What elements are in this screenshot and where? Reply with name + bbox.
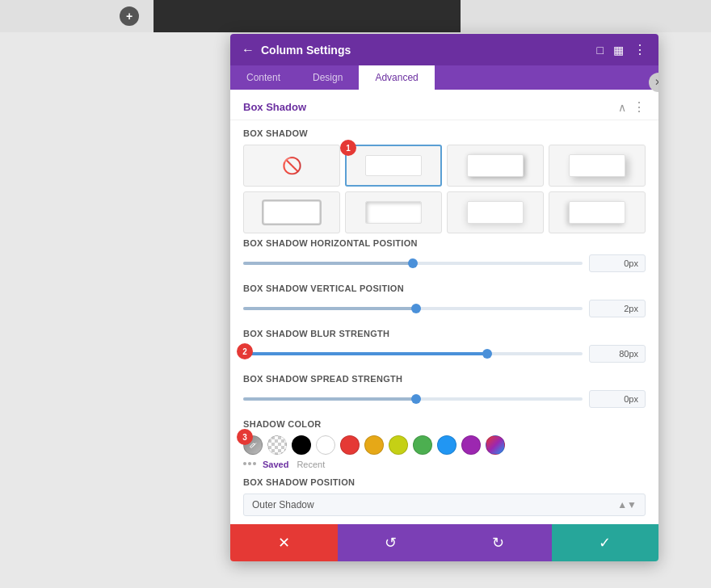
vertical-slider-row: 2px bbox=[243, 300, 646, 317]
dark-bar bbox=[154, 0, 461, 32]
add-button[interactable]: + bbox=[120, 6, 139, 26]
section-more-icon[interactable]: ⋮ bbox=[633, 99, 646, 115]
shadow-color-row: 3 bbox=[243, 435, 646, 455]
shadow-swatch-7[interactable] bbox=[549, 191, 646, 233]
eyedropper-wrap: 3 bbox=[243, 435, 263, 455]
shadow-swatch-1[interactable]: 1 bbox=[345, 145, 442, 187]
color-swatch-striped[interactable] bbox=[486, 435, 505, 455]
vertical-slider-fill bbox=[243, 307, 416, 310]
undo-icon: ↺ bbox=[385, 534, 397, 552]
panel-header-right: □ ▦ ⋮ bbox=[597, 42, 647, 57]
color-tab-saved[interactable]: Saved bbox=[263, 460, 288, 469]
back-icon[interactable]: ← bbox=[242, 43, 255, 57]
spread-slider-thumb[interactable] bbox=[411, 394, 421, 404]
color-swatch-purple[interactable] bbox=[461, 435, 481, 455]
vertical-position-label: Box Shadow Vertical Position bbox=[243, 284, 646, 293]
swatch-inner-7 bbox=[569, 201, 626, 224]
dot2 bbox=[248, 462, 251, 465]
horizontal-slider-thumb[interactable] bbox=[408, 258, 418, 268]
shadow-swatch-6[interactable] bbox=[447, 191, 544, 233]
spread-slider-track[interactable] bbox=[243, 397, 583, 401]
section-body: Box Shadow 🚫 1 bbox=[230, 120, 658, 524]
layout-icon[interactable]: ▦ bbox=[613, 44, 624, 57]
blur-slider-track[interactable] bbox=[243, 352, 583, 355]
blur-slider-thumb[interactable] bbox=[482, 349, 492, 359]
dots-icon bbox=[243, 462, 256, 465]
swatch-inner-4 bbox=[263, 201, 321, 224]
tab-design[interactable]: Design bbox=[297, 65, 359, 90]
color-swatch-green[interactable] bbox=[413, 435, 432, 455]
color-more-and-tabs: Saved Recent bbox=[243, 458, 646, 469]
preview-icon[interactable]: □ bbox=[597, 44, 604, 57]
cancel-button[interactable]: ✕ bbox=[230, 524, 338, 561]
slider-vertical-position: Box Shadow Vertical Position 2px bbox=[243, 284, 646, 317]
spread-strength-label: Box Shadow Spread Strength bbox=[243, 374, 646, 384]
swatch-inner-1 bbox=[365, 155, 422, 176]
position-value: Outer Shadow bbox=[252, 499, 314, 510]
color-tab-recent[interactable]: Recent bbox=[297, 460, 325, 469]
slider-horizontal-position: Box Shadow Horizontal Position 0px bbox=[243, 238, 646, 272]
collapse-icon[interactable]: ∧ bbox=[618, 101, 626, 114]
horizontal-slider-track[interactable] bbox=[243, 262, 583, 265]
horizontal-slider-fill bbox=[243, 262, 413, 265]
spread-slider-value[interactable]: 0px bbox=[589, 390, 646, 408]
slider-spread-strength: Box Shadow Spread Strength 0px bbox=[243, 374, 646, 408]
spread-slider-fill bbox=[243, 397, 416, 401]
color-swatch-black[interactable] bbox=[292, 435, 311, 455]
shadow-swatches-grid: 🚫 1 bbox=[243, 145, 646, 233]
color-swatch-white[interactable] bbox=[316, 435, 335, 455]
panel-body: Box Shadow ∧ ⋮ Box Shadow 🚫 1 bbox=[230, 90, 658, 524]
color-swatch-yellow[interactable] bbox=[389, 435, 408, 455]
shadow-position-select[interactable]: Outer Shadow ▲▼ bbox=[243, 494, 646, 516]
swatch-inner-3 bbox=[569, 154, 626, 177]
section-controls: ∧ ⋮ bbox=[618, 99, 646, 115]
more-colors-btn[interactable] bbox=[243, 462, 256, 465]
tab-content[interactable]: Content bbox=[230, 65, 297, 90]
no-shadow-icon: 🚫 bbox=[282, 156, 302, 175]
swatch-inner-5 bbox=[365, 201, 423, 224]
shadow-swatch-4[interactable] bbox=[243, 191, 340, 233]
shadow-swatch-2[interactable] bbox=[447, 145, 544, 187]
vertical-slider-track[interactable] bbox=[243, 307, 583, 310]
color-swatch-red[interactable] bbox=[340, 435, 360, 455]
redo-icon: ↻ bbox=[492, 534, 504, 552]
save-button[interactable]: ✓ bbox=[552, 524, 659, 561]
blur-slider-row: 80px bbox=[243, 345, 646, 363]
dot1 bbox=[243, 462, 246, 465]
color-swatch-orange[interactable] bbox=[364, 435, 384, 455]
swatch-inner-2 bbox=[467, 154, 524, 177]
dot3 bbox=[253, 462, 256, 465]
vertical-slider-thumb[interactable] bbox=[411, 304, 421, 313]
shadow-swatch-3[interactable] bbox=[549, 145, 646, 187]
horizontal-slider-row: 0px bbox=[243, 254, 646, 272]
panel-tabs: Content Design Advanced bbox=[230, 65, 658, 90]
tab-advanced[interactable]: Advanced bbox=[359, 65, 434, 90]
bottom-bar: ✕ ↺ ↻ ✓ bbox=[230, 524, 658, 561]
shadow-swatch-5[interactable] bbox=[345, 191, 442, 233]
color-swatch-checkered[interactable] bbox=[267, 435, 287, 455]
cancel-icon: ✕ bbox=[278, 534, 290, 552]
plus-icon: + bbox=[126, 10, 133, 23]
shadow-swatch-none[interactable]: 🚫 bbox=[243, 145, 340, 187]
box-shadow-field-label: Box Shadow bbox=[243, 128, 646, 138]
blur-strength-label: Box Shadow Blur Strength bbox=[243, 329, 646, 338]
blur-slider-value[interactable]: 80px bbox=[589, 345, 646, 363]
color-tabs: Saved Recent bbox=[263, 460, 325, 469]
close-icon: ✕ bbox=[654, 77, 658, 88]
vertical-slider-value[interactable]: 2px bbox=[589, 300, 646, 317]
badge-3: 3 bbox=[237, 429, 253, 445]
swatch-inner-6 bbox=[467, 201, 524, 224]
shadow-color-label: Shadow Color bbox=[243, 419, 646, 429]
column-settings-panel: ← Column Settings □ ▦ ⋮ Content Design A… bbox=[230, 34, 658, 561]
color-swatch-blue[interactable] bbox=[437, 435, 456, 455]
panel-title: Column Settings bbox=[261, 44, 351, 57]
spread-slider-row: 0px bbox=[243, 390, 646, 408]
blur-slider-fill bbox=[243, 352, 487, 355]
panel-header-left: ← Column Settings bbox=[242, 43, 351, 57]
redo-button[interactable]: ↻ bbox=[444, 524, 552, 561]
chevron-down-icon: ▲▼ bbox=[617, 499, 637, 510]
horizontal-slider-value[interactable]: 0px bbox=[589, 254, 646, 272]
save-icon: ✓ bbox=[599, 534, 611, 552]
more-icon[interactable]: ⋮ bbox=[633, 42, 647, 57]
undo-button[interactable]: ↺ bbox=[338, 524, 445, 561]
